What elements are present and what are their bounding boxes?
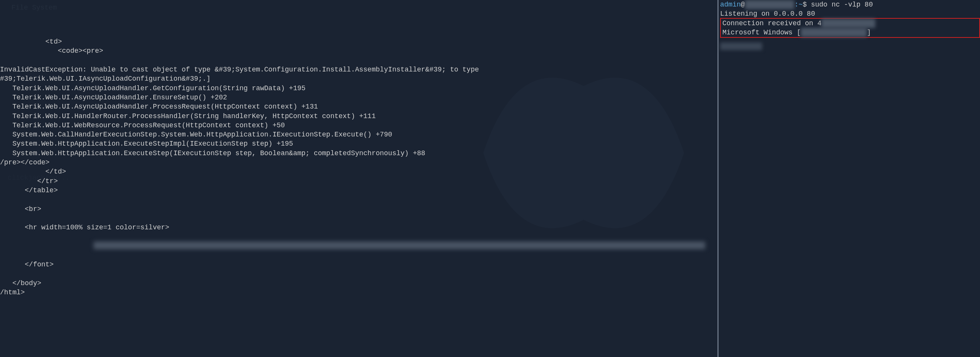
prompt-dollar: $	[803, 1, 807, 8]
prompt-redacted	[720, 42, 762, 50]
terminal-output-cursor-line	[720, 42, 980, 51]
terminal-output-windows: Microsoft Windows [XXXXXX X X XXXXX]	[722, 28, 978, 37]
highlight-box: Connection received on 4XXXXXXXX XXXX Mi…	[720, 18, 980, 38]
code-line-0: <td>	[0, 38, 62, 45]
code-line-27: /html>	[0, 289, 25, 296]
prompt-at: @	[741, 1, 745, 8]
redacted-version-line: X	[94, 242, 705, 249]
code-line-16: </table>	[0, 187, 58, 194]
code-line-15: </tr>	[0, 177, 58, 185]
code-line-12: System.Web.HttpApplication.ExecuteStep(I…	[0, 149, 425, 157]
version-redacted: XXXXXX X X XXXXX	[801, 28, 867, 37]
code-line-6: Telerik.Web.UI.AsyncUploadHandler.Ensure…	[0, 94, 227, 101]
code-line-1: <code><pre>	[0, 47, 103, 55]
terminal-command: sudo nc -vlp 80	[811, 1, 873, 8]
prompt-path: :~	[794, 1, 803, 8]
prompt-host-redacted: XXXXXXXXXXXX	[745, 0, 795, 9]
right-terminal-pane[interactable]: admin@XXXXXXXXXXXX:~$ sudo nc -vlp 80 Li…	[719, 0, 980, 357]
left-terminal-pane[interactable]: <td> <code><pre> InvalidCastException: U…	[0, 0, 717, 357]
code-line-20: <hr width=100% size=1 color=silver>	[0, 224, 169, 231]
code-line-5: Telerik.Web.UI.AsyncUploadHandler.GetCon…	[0, 84, 305, 92]
terminal-output-connection: Connection received on 4XXXXXXXX XXXX	[722, 19, 978, 28]
prompt-user: admin	[720, 1, 741, 8]
code-line-14: </td>	[0, 168, 66, 175]
terminal-prompt-line: admin@XXXXXXXXXXXX:~$ sudo nc -vlp 80	[720, 0, 980, 9]
code-line-9: Telerik.Web.UI.WebResource.ProcessReques…	[0, 122, 285, 129]
code-line-26: </body>	[0, 279, 41, 287]
code-line-13: /pre></code>	[0, 159, 50, 166]
code-line-24: </font>	[0, 261, 54, 268]
code-line-4: #39;Telerik.Web.UI.IAsyncUploadConfigura…	[0, 75, 211, 83]
terminal-output-listening: Listening on 0.0.0.0 80	[720, 9, 980, 18]
code-line-8: Telerik.Web.UI.HandlerRouter.ProcessHand…	[0, 112, 376, 120]
code-line-7: Telerik.Web.UI.AsyncUploadHandler.Proces…	[0, 103, 318, 110]
code-line-11: System.Web.HttpApplication.ExecuteStepIm…	[0, 140, 293, 148]
code-line-18: <br>	[0, 205, 41, 213]
code-line-3: InvalidCastException: Unable to cast obj…	[0, 66, 479, 73]
ip-redacted: XXXXXXXX XXXX	[821, 19, 875, 28]
code-line-10: System.Web.CallHandlerExecutionStep.Syst…	[0, 131, 392, 138]
